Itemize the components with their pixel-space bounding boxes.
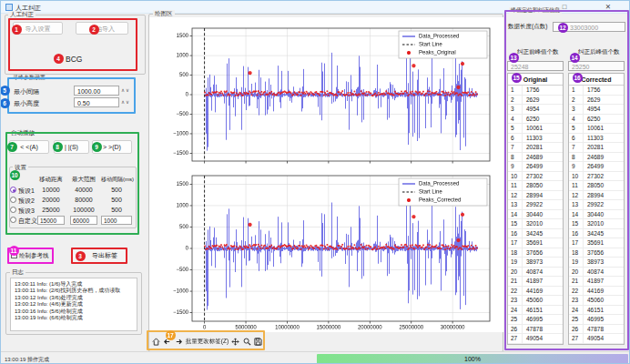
custom-value-input[interactable]	[101, 216, 132, 225]
row-index: 3	[508, 105, 523, 114]
table-row[interactable]: 46250	[508, 115, 563, 125]
after-count-field	[568, 61, 625, 71]
preset-radio[interactable]	[10, 217, 16, 223]
save-icon[interactable]	[254, 336, 262, 347]
table-row[interactable]: 611303	[508, 134, 563, 144]
min-height-input[interactable]	[74, 97, 119, 107]
min-height-spinner[interactable]: ∧∨	[121, 99, 130, 105]
table-row[interactable]: 1228994	[569, 191, 624, 201]
table-row[interactable]: 1532010	[569, 219, 624, 229]
table-row[interactable]: 1735691	[508, 238, 563, 248]
preset-radio[interactable]	[10, 187, 16, 193]
table-row[interactable]: 2546995	[569, 315, 624, 325]
table-row[interactable]: 1430440	[508, 210, 563, 220]
corrected-peaks-table[interactable]: Corrected1175622629349544625051006161130…	[568, 73, 625, 345]
peak-value: 45060	[584, 296, 604, 305]
table-row[interactable]: 2040874	[508, 268, 563, 278]
table-row[interactable]: 34954	[569, 105, 624, 115]
original-peaks-table[interactable]: Original11756226293495446250510061611303…	[507, 73, 564, 345]
table-row[interactable]: 2647878	[569, 325, 624, 335]
table-row[interactable]: 2141897	[569, 277, 624, 287]
table-row[interactable]: 1027302	[569, 172, 624, 182]
peak-value: 32010	[523, 219, 543, 228]
table-row[interactable]: 2141897	[508, 277, 563, 287]
table-row[interactable]: 2244169	[508, 287, 563, 297]
peak-value: 40874	[584, 268, 604, 277]
table-row[interactable]: 1128050	[569, 181, 624, 191]
table-row[interactable]: 2345060	[508, 296, 563, 306]
table-row[interactable]: 2749054	[508, 334, 563, 344]
table-row[interactable]: 11756	[508, 86, 563, 96]
table-row[interactable]: 510061	[569, 124, 624, 134]
peak-value: 46995	[523, 315, 543, 324]
peak-value: 44169	[584, 287, 604, 296]
table-row[interactable]: 2345060	[569, 296, 624, 306]
table-row[interactable]: 2244169	[569, 287, 624, 297]
table-row[interactable]: 1837656	[508, 248, 563, 258]
table-row[interactable]: 2749054	[569, 334, 624, 344]
row-index: 10	[569, 172, 584, 181]
table-row[interactable]: 720281	[508, 143, 563, 153]
table-row[interactable]: 1938973	[508, 258, 563, 268]
row-index: 10	[508, 172, 523, 181]
table-row[interactable]: 1634245	[508, 229, 563, 239]
annotation-badge-10: 10	[10, 170, 20, 180]
table-row[interactable]: 720281	[569, 143, 624, 153]
preset-col-header: 移动距离	[36, 176, 66, 184]
table-row[interactable]: 1430440	[569, 210, 624, 220]
pan-icon[interactable]	[231, 336, 239, 347]
home-icon[interactable]	[152, 336, 160, 347]
table-row[interactable]: 824689	[508, 153, 563, 163]
preset-value: 100000	[69, 207, 98, 213]
app-window: 人工纠正 – □ ✕ 人工纠正 导入设置 开始导入 BCG 寻峰参数设置 最小间…	[0, 0, 630, 364]
table-row[interactable]: 510061	[508, 124, 563, 134]
row-index: 15	[569, 219, 584, 228]
annotation-badge-1: 1	[12, 25, 22, 35]
table-row[interactable]: 22629	[569, 96, 624, 106]
min-interval-input[interactable]	[74, 86, 119, 96]
table-row[interactable]: 1329922	[508, 200, 563, 210]
table-row[interactable]: 1027302	[508, 172, 563, 182]
table-row[interactable]: 34954	[508, 105, 563, 115]
table-row[interactable]: 1634245	[569, 229, 624, 239]
peak-value: 41897	[584, 277, 604, 286]
table-row[interactable]: 2040874	[569, 268, 624, 278]
custom-value-input[interactable]	[70, 216, 97, 225]
annotation-badge-2: 2	[89, 25, 99, 35]
close-button[interactable]: ✕	[594, 2, 622, 13]
preset-radio[interactable]	[10, 207, 16, 213]
table-row[interactable]: 1532010	[508, 219, 563, 229]
row-index: 6	[569, 134, 584, 143]
table-row[interactable]: 1735691	[569, 238, 624, 248]
table-row[interactable]: 926499	[508, 162, 563, 172]
table-row[interactable]: 11756	[569, 86, 624, 96]
zoom-icon[interactable]	[242, 336, 250, 347]
table-row[interactable]: 824689	[569, 153, 624, 163]
table-row[interactable]: 1938973	[569, 258, 624, 268]
batch-change-labels-button[interactable]: 批量更改标签(Z)	[186, 338, 229, 346]
table-row[interactable]: 611303	[569, 134, 624, 144]
table-row[interactable]: 46250	[569, 115, 624, 125]
log-box[interactable]: 13:00:11 Info: (1/6)导入完成13:00:11 Info: (…	[10, 278, 137, 331]
table-row[interactable]: 1128050	[508, 181, 563, 191]
table-row[interactable]: 1329922	[569, 200, 624, 210]
table-row[interactable]: 1837656	[569, 248, 624, 258]
table-row[interactable]: 1228994	[508, 191, 563, 201]
custom-value-input[interactable]	[37, 216, 65, 225]
peak-value: 28050	[584, 181, 604, 190]
table-row[interactable]: 2446151	[508, 306, 563, 316]
table-row[interactable]: 2446151	[569, 306, 624, 316]
table-row[interactable]: 2546995	[508, 315, 563, 325]
start-import-button[interactable]: 开始导入	[76, 22, 128, 35]
row-index: 18	[569, 248, 584, 258]
forward-arrow-icon[interactable]	[175, 336, 183, 347]
annotation-badge-3: 3	[76, 251, 86, 261]
table-row[interactable]: 926499	[569, 162, 624, 172]
preset-value: 40000	[69, 187, 98, 193]
signal-chart-canvas[interactable]	[149, 17, 503, 332]
annotation-badge-6: 6	[0, 98, 10, 108]
min-interval-spinner[interactable]: ∧∨	[121, 87, 130, 93]
table-row[interactable]: 22629	[508, 96, 563, 106]
table-row[interactable]: 2647878	[508, 325, 563, 335]
preset-radio[interactable]	[10, 197, 16, 203]
